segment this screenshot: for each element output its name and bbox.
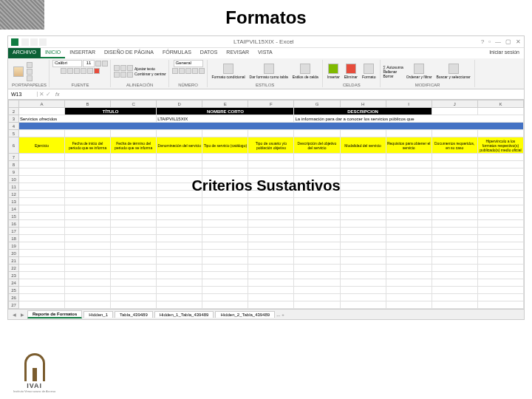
row-header[interactable]: 21 xyxy=(9,257,19,265)
align-middle-icon[interactable] xyxy=(120,65,126,71)
name-box[interactable]: W13 xyxy=(8,92,38,97)
cell[interactable]: Fecha de término del periodo que se info… xyxy=(111,137,157,154)
row-header[interactable]: 13 xyxy=(9,198,19,205)
table-row[interactable]: 21 xyxy=(9,257,524,265)
cell[interactable]: Ejercicio xyxy=(19,137,65,154)
row-header[interactable]: 24 xyxy=(9,279,19,287)
row-header[interactable]: 10 xyxy=(9,176,19,183)
row-header[interactable]: 26 xyxy=(9,294,19,301)
row-header[interactable]: 25 xyxy=(9,287,19,294)
cell[interactable]: Tipo de servicio (catálogo) xyxy=(202,137,248,154)
increase-decimal-icon[interactable] xyxy=(192,68,198,74)
row-header[interactable]: 20 xyxy=(9,250,19,257)
merge-center-button[interactable]: Combinar y centrar xyxy=(134,72,166,76)
cell[interactable]: NOMBRE CORTO xyxy=(157,108,294,115)
col-header[interactable]: E xyxy=(202,100,248,108)
row-header[interactable]: 23 xyxy=(9,272,19,279)
row-header[interactable]: 8 xyxy=(9,161,19,168)
ribbon-display-icon[interactable]: ▫ xyxy=(488,38,491,45)
italic-icon[interactable] xyxy=(67,68,73,74)
align-left-icon[interactable] xyxy=(114,72,120,78)
row-header[interactable]: 14 xyxy=(9,205,19,213)
row-header[interactable]: 22 xyxy=(9,265,19,272)
table-row[interactable]: 25 xyxy=(9,287,524,294)
cut-icon[interactable] xyxy=(27,62,33,68)
table-row[interactable]: 6 Ejercicio Fecha de inicio del periodo … xyxy=(9,137,524,154)
signin-link[interactable]: Iniciar sesión xyxy=(485,48,524,58)
clear-button[interactable]: Borrar xyxy=(383,74,403,78)
sheet-tab[interactable]: Hidden_2_Tabla_439489 xyxy=(215,311,275,318)
tab-data[interactable]: DATOS xyxy=(196,48,222,58)
sheet-nav-next-icon[interactable]: ▶ xyxy=(19,312,26,317)
paste-button[interactable] xyxy=(12,66,25,78)
border-icon[interactable] xyxy=(81,68,86,74)
maximize-icon[interactable]: ▢ xyxy=(505,38,511,45)
cell[interactable]: Modalidad del servicio xyxy=(340,137,386,154)
align-right-icon[interactable] xyxy=(127,72,133,78)
col-header[interactable]: K xyxy=(477,100,523,108)
copy-icon[interactable] xyxy=(27,69,33,75)
table-row[interactable]: 24 xyxy=(9,279,524,287)
insert-cells-button[interactable]: Insertar xyxy=(326,63,341,80)
minimize-icon[interactable]: — xyxy=(495,38,501,45)
save-icon[interactable] xyxy=(21,38,29,46)
table-row[interactable]: 23 xyxy=(9,272,524,279)
tab-review[interactable]: REVISAR xyxy=(222,48,253,58)
col-header[interactable]: A xyxy=(19,100,65,108)
table-row[interactable]: 14 xyxy=(9,205,524,213)
col-header[interactable]: F xyxy=(248,100,294,108)
align-center-icon[interactable] xyxy=(120,72,126,78)
sort-filter-button[interactable]: Ordenar y filtrar xyxy=(405,63,434,80)
fx-label[interactable]: fx xyxy=(52,92,62,97)
cell[interactable]: Documentos requeridos, en su caso xyxy=(432,137,477,154)
add-sheet-button[interactable]: + xyxy=(282,313,284,317)
conditional-format-button[interactable]: Formato condicional xyxy=(211,63,247,80)
cell[interactable] xyxy=(19,123,524,130)
wrap-text-button[interactable]: Ajustar texto xyxy=(134,66,166,71)
grid-area[interactable]: A B C D E F G H I J K 2TÍTULONOMBRE CORT… xyxy=(8,100,524,309)
row-header[interactable]: 5 xyxy=(9,130,19,137)
help-icon[interactable]: ? xyxy=(481,38,484,45)
cell[interactable]: Hipervínculo a los formatos respectivo(s… xyxy=(477,137,523,154)
tab-insert[interactable]: INSERTAR xyxy=(65,48,100,58)
sheet-tab[interactable]: Hidden_1 xyxy=(83,311,113,318)
table-row[interactable]: 2TÍTULONOMBRE CORTODESCRIPCION xyxy=(9,108,524,115)
cell[interactable]: La información para dar a conocer los se… xyxy=(294,115,524,123)
row-header[interactable]: 2 xyxy=(9,108,19,115)
table-row[interactable]: 9 xyxy=(9,168,524,176)
col-header[interactable]: J xyxy=(432,100,477,108)
table-row[interactable]: 7 xyxy=(9,154,524,161)
cell[interactable]: Requisitos para obtener el servicio xyxy=(386,137,432,154)
table-row[interactable]: 16 xyxy=(9,220,524,228)
cell[interactable]: Fecha de inicio del periodo que se infor… xyxy=(65,137,111,154)
sheet-tab[interactable]: Tabla_439489 xyxy=(115,311,153,318)
cell[interactable]: Descripción del objetivo del servicio xyxy=(294,137,340,154)
table-row[interactable]: 17 xyxy=(9,228,524,235)
table-row[interactable]: 26 xyxy=(9,294,524,301)
row-header[interactable]: 11 xyxy=(9,183,19,191)
col-header[interactable]: H xyxy=(340,100,386,108)
spreadsheet-grid[interactable]: A B C D E F G H I J K 2TÍTULONOMBRE CORT… xyxy=(8,100,524,309)
tab-formulas[interactable]: FÓRMULAS xyxy=(158,48,196,58)
row-header[interactable]: 16 xyxy=(9,220,19,228)
cell-styles-button[interactable]: Estilos de celda xyxy=(291,63,320,80)
col-header[interactable]: I xyxy=(386,100,432,108)
tab-page-layout[interactable]: DISEÑO DE PÁGINA xyxy=(100,48,158,58)
format-cells-button[interactable]: Formato xyxy=(361,63,378,80)
decrease-decimal-icon[interactable] xyxy=(199,68,205,74)
sheet-nav-prev-icon[interactable]: ◀ xyxy=(11,312,18,317)
sheet-tab-active[interactable]: Reporte de Formatos xyxy=(27,310,82,318)
table-row[interactable]: 3Servicios ofrecidosLTAIPVIL15XIXLa info… xyxy=(9,115,524,123)
cell[interactable]: Tipo de usuario y/o población objetivo xyxy=(248,137,294,154)
row-header[interactable]: 9 xyxy=(9,168,19,176)
increase-font-icon[interactable] xyxy=(95,61,101,66)
row-header[interactable]: 7 xyxy=(9,154,19,161)
cell[interactable]: DESCRIPCION xyxy=(294,108,432,115)
redo-icon[interactable] xyxy=(39,38,47,46)
find-select-button[interactable]: Buscar y seleccionar xyxy=(434,63,471,80)
align-top-icon[interactable] xyxy=(114,65,120,71)
bold-icon[interactable] xyxy=(61,68,66,74)
row-header[interactable]: 18 xyxy=(9,235,19,242)
row-header[interactable]: 6 xyxy=(9,137,19,154)
tab-view[interactable]: VISTA xyxy=(253,48,277,58)
